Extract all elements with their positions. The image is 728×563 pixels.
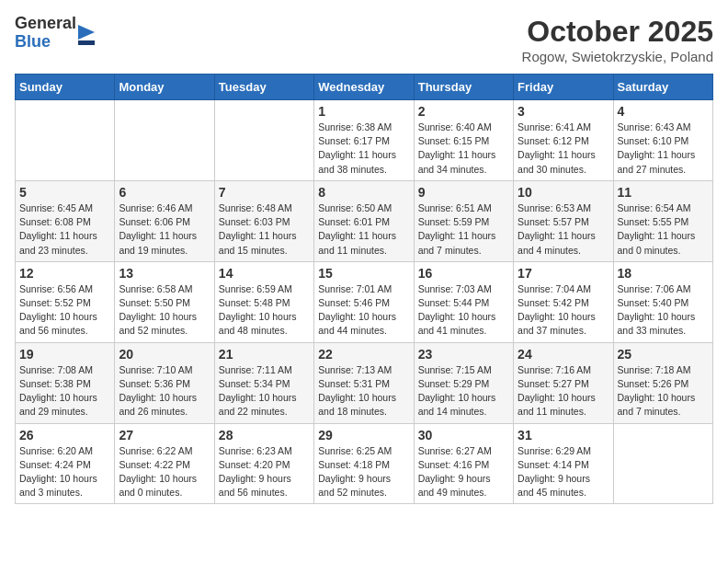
day-info: Sunrise: 6:25 AM Sunset: 4:18 PM Dayligh… [318,444,409,500]
calendar-cell: 24Sunrise: 7:16 AM Sunset: 5:27 PM Dayli… [514,342,613,423]
day-info: Sunrise: 6:50 AM Sunset: 6:01 PM Dayligh… [318,201,409,258]
day-info: Sunrise: 6:56 AM Sunset: 5:52 PM Dayligh… [19,282,110,339]
day-info: Sunrise: 6:59 AM Sunset: 5:48 PM Dayligh… [219,282,310,339]
day-number: 19 [19,347,110,362]
calendar-cell: 20Sunrise: 7:10 AM Sunset: 5:36 PM Dayli… [115,342,214,423]
day-number: 11 [618,185,709,200]
weekday-row: SundayMondayTuesdayWednesdayThursdayFrid… [16,75,713,100]
day-number: 25 [618,347,709,362]
calendar-cell: 30Sunrise: 6:27 AM Sunset: 4:16 PM Dayli… [414,423,513,504]
logo-icon [78,25,95,45]
day-number: 31 [518,428,609,442]
day-number: 1 [318,104,409,119]
day-number: 12 [19,266,110,281]
day-info: Sunrise: 7:01 AM Sunset: 5:46 PM Dayligh… [318,282,409,339]
weekday-header-sunday: Sunday [16,75,115,100]
day-info: Sunrise: 7:16 AM Sunset: 5:27 PM Dayligh… [518,363,609,419]
day-info: Sunrise: 7:08 AM Sunset: 5:38 PM Dayligh… [19,363,110,419]
calendar-cell: 1Sunrise: 6:38 AM Sunset: 6:17 PM Daylig… [314,100,414,181]
day-number: 30 [418,428,509,442]
day-number: 14 [219,266,310,281]
day-number: 24 [518,347,609,362]
day-number: 10 [518,185,609,200]
day-info: Sunrise: 7:10 AM Sunset: 5:36 PM Dayligh… [119,363,210,419]
weekday-header-wednesday: Wednesday [314,75,414,100]
calendar-week-3: 12Sunrise: 6:56 AM Sunset: 5:52 PM Dayli… [16,261,713,342]
logo-text: General Blue [15,15,76,52]
calendar-week-5: 26Sunrise: 6:20 AM Sunset: 4:24 PM Dayli… [16,423,713,504]
day-number: 5 [19,185,110,200]
day-number: 17 [518,266,609,281]
day-number: 27 [119,428,210,442]
day-info: Sunrise: 7:18 AM Sunset: 5:26 PM Dayligh… [618,363,709,419]
calendar-table: SundayMondayTuesdayWednesdayThursdayFrid… [15,74,713,504]
day-number: 16 [418,266,509,281]
calendar-cell: 31Sunrise: 6:29 AM Sunset: 4:14 PM Dayli… [514,423,613,504]
calendar-cell [214,100,313,181]
day-info: Sunrise: 6:53 AM Sunset: 5:57 PM Dayligh… [518,201,609,258]
title-block: October 2025 Rogow, Swietokrzyskie, Pola… [522,15,713,64]
calendar-week-4: 19Sunrise: 7:08 AM Sunset: 5:38 PM Dayli… [16,342,713,423]
calendar-cell: 11Sunrise: 6:54 AM Sunset: 5:55 PM Dayli… [613,180,712,261]
day-number: 15 [318,266,409,281]
calendar-cell: 4Sunrise: 6:43 AM Sunset: 6:10 PM Daylig… [613,100,712,181]
day-info: Sunrise: 6:23 AM Sunset: 4:20 PM Dayligh… [219,444,310,500]
svg-marker-0 [78,25,95,40]
calendar-cell: 19Sunrise: 7:08 AM Sunset: 5:38 PM Dayli… [16,342,115,423]
calendar-cell: 9Sunrise: 6:51 AM Sunset: 5:59 PM Daylig… [414,180,513,261]
calendar-cell: 17Sunrise: 7:04 AM Sunset: 5:42 PM Dayli… [514,261,613,342]
logo: General Blue [15,15,95,52]
day-info: Sunrise: 7:04 AM Sunset: 5:42 PM Dayligh… [518,282,609,339]
day-info: Sunrise: 6:41 AM Sunset: 6:12 PM Dayligh… [518,121,609,177]
logo-blue: Blue [15,33,76,52]
calendar-cell: 3Sunrise: 6:41 AM Sunset: 6:12 PM Daylig… [514,100,613,181]
day-number: 7 [219,185,310,200]
calendar-cell: 10Sunrise: 6:53 AM Sunset: 5:57 PM Dayli… [514,180,613,261]
weekday-header-friday: Friday [514,75,613,100]
svg-rect-1 [78,40,95,45]
calendar-week-1: 1Sunrise: 6:38 AM Sunset: 6:17 PM Daylig… [16,100,713,181]
day-info: Sunrise: 7:06 AM Sunset: 5:40 PM Dayligh… [618,282,709,339]
calendar-cell [613,423,712,504]
calendar-cell: 5Sunrise: 6:45 AM Sunset: 6:08 PM Daylig… [16,180,115,261]
calendar-cell: 12Sunrise: 6:56 AM Sunset: 5:52 PM Dayli… [16,261,115,342]
day-info: Sunrise: 6:43 AM Sunset: 6:10 PM Dayligh… [618,121,709,177]
day-number: 23 [418,347,509,362]
day-info: Sunrise: 7:13 AM Sunset: 5:31 PM Dayligh… [318,363,409,419]
calendar-body: 1Sunrise: 6:38 AM Sunset: 6:17 PM Daylig… [16,100,713,504]
calendar-cell: 28Sunrise: 6:23 AM Sunset: 4:20 PM Dayli… [214,423,313,504]
page-header: General Blue October 2025 Rogow, Swietok… [15,15,713,64]
page-subtitle: Rogow, Swietokrzyskie, Poland [522,49,713,64]
logo-general: General [15,15,76,33]
day-number: 6 [119,185,210,200]
day-number: 20 [119,347,210,362]
day-number: 4 [618,104,709,119]
day-info: Sunrise: 6:45 AM Sunset: 6:08 PM Dayligh… [19,201,110,258]
weekday-header-saturday: Saturday [613,75,712,100]
day-info: Sunrise: 6:51 AM Sunset: 5:59 PM Dayligh… [418,201,509,258]
day-info: Sunrise: 7:03 AM Sunset: 5:44 PM Dayligh… [418,282,509,339]
day-number: 13 [119,266,210,281]
calendar-cell: 29Sunrise: 6:25 AM Sunset: 4:18 PM Dayli… [314,423,414,504]
page-title: October 2025 [522,15,713,49]
calendar-cell [16,100,115,181]
day-info: Sunrise: 6:22 AM Sunset: 4:22 PM Dayligh… [119,444,210,500]
day-info: Sunrise: 6:29 AM Sunset: 4:14 PM Dayligh… [518,444,609,500]
day-number: 3 [518,104,609,119]
day-number: 18 [618,266,709,281]
day-info: Sunrise: 7:15 AM Sunset: 5:29 PM Dayligh… [418,363,509,419]
weekday-header-thursday: Thursday [414,75,513,100]
day-info: Sunrise: 6:20 AM Sunset: 4:24 PM Dayligh… [19,444,110,500]
weekday-header-tuesday: Tuesday [214,75,313,100]
day-number: 29 [318,428,409,442]
day-info: Sunrise: 6:40 AM Sunset: 6:15 PM Dayligh… [418,121,509,177]
calendar-week-2: 5Sunrise: 6:45 AM Sunset: 6:08 PM Daylig… [16,180,713,261]
day-info: Sunrise: 6:54 AM Sunset: 5:55 PM Dayligh… [618,201,709,258]
calendar-cell: 6Sunrise: 6:46 AM Sunset: 6:06 PM Daylig… [115,180,214,261]
day-info: Sunrise: 6:58 AM Sunset: 5:50 PM Dayligh… [119,282,210,339]
day-info: Sunrise: 6:48 AM Sunset: 6:03 PM Dayligh… [219,201,310,258]
calendar-cell: 22Sunrise: 7:13 AM Sunset: 5:31 PM Dayli… [314,342,414,423]
day-number: 22 [318,347,409,362]
calendar-header: SundayMondayTuesdayWednesdayThursdayFrid… [16,75,713,100]
calendar-cell: 23Sunrise: 7:15 AM Sunset: 5:29 PM Dayli… [414,342,513,423]
